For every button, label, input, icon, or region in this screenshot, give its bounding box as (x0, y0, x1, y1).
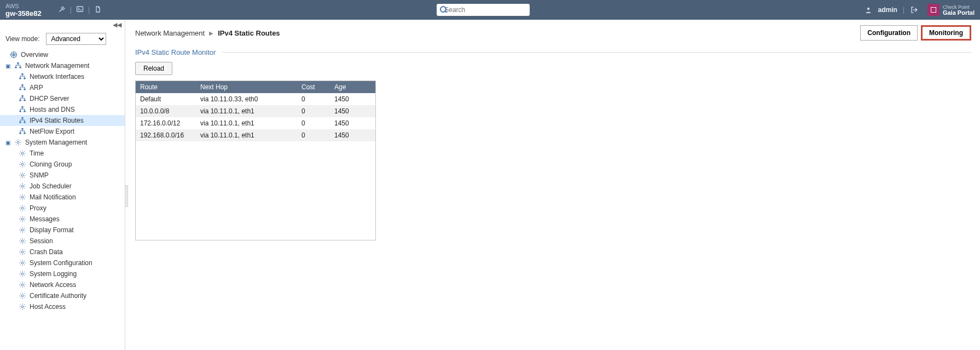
section-title-divider (222, 52, 971, 53)
cell-cost: 0 (297, 105, 330, 117)
cell-route: Default (136, 93, 196, 105)
sidebar-item-network-interfaces[interactable]: Network Interfaces (0, 71, 125, 82)
col-age[interactable]: Age (330, 81, 375, 93)
gear-icon (19, 193, 26, 201)
sidebar-item-ipv4-static-routes[interactable]: IPv4 Static Routes (0, 115, 125, 126)
svg-point-68 (21, 295, 24, 297)
breadcrumb-parent[interactable]: Network Management (135, 29, 205, 37)
sidebar-item-label: Overview (21, 51, 48, 59)
brand: Check Point Gaia Portal (927, 4, 975, 16)
sidebar-item-proxy[interactable]: Proxy (0, 203, 125, 214)
gear-icon (19, 160, 26, 168)
svg-rect-44 (21, 117, 23, 119)
svg-point-59 (21, 196, 24, 198)
gear-icon (19, 292, 26, 300)
breadcrumb: Network Management ▶ IPv4 Static Routes (135, 29, 280, 37)
svg-rect-37 (21, 106, 23, 108)
svg-rect-38 (19, 111, 21, 112)
sidebar-item-hosts-and-dns[interactable]: Hosts and DNS (0, 104, 125, 115)
cell-route: 192.168.0.0/16 (136, 129, 196, 141)
view-mode-row: View mode: Advanced (0, 31, 125, 49)
view-mode-label: View mode: (5, 35, 39, 43)
svg-rect-30 (21, 95, 23, 97)
sidebar-item-label: Messages (30, 215, 60, 223)
cell-next-hop: via 10.11.0.1, eth1 (196, 105, 297, 117)
tab-monitoring[interactable]: Monitoring (921, 25, 971, 41)
pin-icon[interactable] (58, 5, 66, 15)
logout-icon[interactable] (910, 5, 919, 14)
sidebar-item-label: SNMP (30, 171, 49, 179)
sidebar-splitter[interactable] (125, 185, 128, 207)
sidebar-item-system-configuration[interactable]: System Configuration (0, 257, 125, 268)
gear-icon (19, 303, 26, 311)
sidebar-item-certificate-authority[interactable]: Certificate Authority (0, 290, 125, 301)
table-row[interactable]: 192.168.0.0/16via 10.11.0.1, eth101450 (136, 129, 375, 141)
sidebar-collapse-toggle[interactable]: ◀◀ (0, 20, 125, 31)
sidebar-item-label: Network Interfaces (30, 73, 84, 81)
topbar-center (102, 4, 865, 16)
search-icon (440, 6, 442, 14)
view-mode-select[interactable]: Advanced (46, 33, 106, 45)
network-icon (14, 62, 22, 70)
brand-line2: Gaia Portal (943, 10, 975, 15)
tree-toggle-icon[interactable]: ▣ (5, 140, 11, 146)
cell-cost: 0 (297, 93, 330, 105)
sidebar-item-network-access[interactable]: Network Access (0, 279, 125, 290)
sidebar-item-label: System Logging (30, 270, 77, 278)
table-row[interactable]: 172.16.0.0/12via 10.11.0.1, eth101450 (136, 117, 375, 129)
svg-rect-51 (21, 128, 23, 130)
host-label: gw-358e82 (5, 10, 42, 18)
document-icon[interactable] (94, 5, 102, 15)
col-route[interactable]: Route (136, 81, 196, 93)
global-search[interactable] (437, 4, 530, 16)
col-cost[interactable]: Cost (297, 81, 330, 93)
svg-point-56 (21, 163, 24, 165)
terminal-icon[interactable] (76, 5, 84, 15)
sidebar-item-messages[interactable]: Messages (0, 214, 125, 225)
network-icon (19, 106, 26, 113)
col-next-hop[interactable]: Next Hop (196, 81, 297, 93)
layout: ◀◀ View mode: Advanced Overview ▣Network… (0, 20, 980, 350)
gear-icon (19, 182, 26, 190)
sidebar-item-crash-data[interactable]: Crash Data (0, 246, 125, 257)
sidebar-item-time[interactable]: Time (0, 148, 125, 159)
sidebar-item-label: ARP (30, 84, 43, 91)
reload-button[interactable]: Reload (135, 62, 172, 75)
sidebar-item-job-scheduler[interactable]: Job Scheduler (0, 181, 125, 192)
sidebar-item-dhcp-server[interactable]: DHCP Server (0, 93, 125, 104)
sidebar-item-display-format[interactable]: Display Format (0, 225, 125, 236)
sidebar-group-label: Network Management (25, 62, 89, 70)
tree-toggle-icon[interactable]: ▣ (5, 63, 11, 69)
svg-point-69 (21, 306, 24, 308)
sidebar-item-label: Hosts and DNS (30, 106, 75, 113)
network-icon (19, 73, 26, 81)
svg-point-63 (21, 240, 24, 242)
search-input[interactable] (444, 4, 526, 15)
nav-tree: Overview ▣Network ManagementNetwork Inte… (0, 49, 125, 312)
sidebar-item-overview[interactable]: Overview (0, 49, 125, 60)
sidebar-item-label: Time (30, 150, 44, 157)
sidebar-item-host-access[interactable]: Host Access (0, 301, 125, 312)
breadcrumb-separator-icon: ▶ (209, 30, 213, 36)
sidebar-item-session[interactable]: Session (0, 236, 125, 246)
sidebar-item-mail-notification[interactable]: Mail Notification (0, 192, 125, 203)
sidebar-item-cloning-group[interactable]: Cloning Group (0, 159, 125, 170)
cell-age: 1450 (330, 129, 375, 141)
sidebar-group-network-management[interactable]: ▣Network Management (0, 60, 125, 71)
svg-point-62 (21, 229, 24, 231)
section-title-row: IPv4 Static Route Monitor (135, 48, 971, 56)
sidebar-item-label: Display Format (30, 226, 74, 234)
svg-rect-3 (931, 8, 936, 12)
sidebar-item-netflow-export[interactable]: NetFlow Export (0, 126, 125, 137)
sidebar: ◀◀ View mode: Advanced Overview ▣Network… (0, 20, 125, 350)
sidebar-item-arp[interactable]: ARP (0, 82, 125, 93)
sidebar-item-snmp[interactable]: SNMP (0, 170, 125, 181)
table-row[interactable]: Defaultvia 10.11.0.33, eth001450 (136, 93, 375, 105)
gear-icon (19, 259, 26, 267)
username[interactable]: admin (878, 6, 897, 14)
table-row[interactable]: 10.0.0.0/8via 10.11.0.1, eth101450 (136, 105, 375, 117)
tab-configuration[interactable]: Configuration (860, 25, 918, 41)
svg-point-66 (21, 273, 24, 275)
sidebar-group-system-management[interactable]: ▣System Management (0, 137, 125, 148)
sidebar-item-system-logging[interactable]: System Logging (0, 268, 125, 279)
